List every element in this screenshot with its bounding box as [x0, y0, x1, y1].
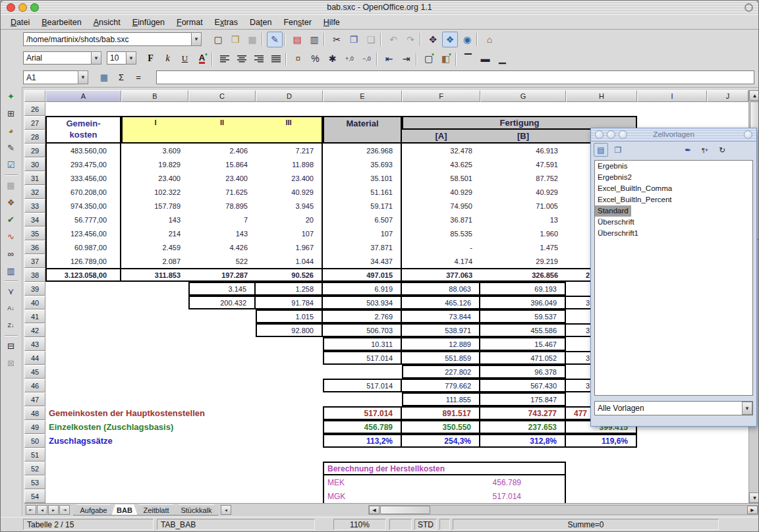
cell-F46[interactable]: 779.662 — [402, 379, 480, 392]
insert-cells-button[interactable]: ⊞ — [3, 105, 19, 121]
cell-G30[interactable]: 47.591 — [480, 157, 566, 171]
row-header-33[interactable]: 33 — [24, 199, 45, 213]
cell-B35[interactable]: 214 — [121, 226, 188, 240]
cell-C33[interactable]: 78.895 — [188, 199, 256, 213]
copy-button[interactable]: ❐ — [346, 32, 362, 47]
cell-F34[interactable]: 36.871 — [402, 213, 480, 226]
url-dropdown-button[interactable]: ▼ — [191, 32, 202, 46]
cell-F44[interactable]: 551.859 — [402, 351, 480, 365]
cell-G50[interactable]: 312,8% — [480, 434, 566, 448]
cell-F49[interactable]: 350.550 — [402, 420, 480, 434]
cell-F43[interactable]: 12.889 — [402, 337, 480, 351]
cell-G47[interactable]: 175.847 — [480, 392, 566, 406]
cell-C31[interactable]: 23.400 — [188, 171, 256, 185]
column-header-C[interactable]: C — [188, 90, 256, 102]
cell-G32[interactable]: 40.929 — [480, 185, 566, 199]
cell-F48[interactable]: 891.517 — [402, 406, 480, 420]
cell-E33[interactable]: 59.171 — [323, 199, 402, 213]
cell-G38[interactable]: 326.856 — [480, 268, 566, 282]
cell-F41[interactable]: 73.844 — [402, 309, 480, 323]
cell-E36[interactable]: 37.871 — [323, 240, 402, 254]
cell-E40[interactable]: 503.934 — [323, 296, 402, 309]
menu-hilfe[interactable]: Hilfe — [318, 16, 346, 28]
cell-D41[interactable]: 1.015 — [256, 309, 323, 323]
stylist-shade-button[interactable] — [744, 130, 752, 139]
cell-D31[interactable]: 23.400 — [256, 171, 323, 185]
status-zoom-level[interactable]: 110% — [333, 519, 386, 530]
cell-C34[interactable]: 7 — [188, 213, 256, 226]
cell-E43[interactable]: 10.311 — [323, 337, 402, 351]
row-header-29[interactable]: 29 — [24, 144, 45, 157]
align-bottom-button[interactable]: ▁ — [495, 51, 510, 66]
cell-F37[interactable]: 4.174 — [402, 254, 480, 268]
row-header-27[interactable]: 27 — [24, 116, 45, 130]
print-file-button[interactable]: ▥ — [306, 32, 322, 47]
select-all-corner[interactable] — [24, 90, 45, 102]
row-header-53[interactable]: 53 — [24, 475, 45, 489]
delete-decimal-place-button[interactable]: −,0 — [359, 51, 374, 66]
cell-G35[interactable]: 1.960 — [480, 226, 566, 240]
cell-C39[interactable]: 3.145 — [188, 282, 256, 296]
navigator-button[interactable]: ✥ — [425, 32, 441, 47]
cell-F50[interactable]: 254,3% — [402, 434, 480, 448]
cell-E34[interactable]: 6.507 — [323, 213, 402, 226]
style-item-überschrift1[interactable]: Überschrift1 — [595, 228, 641, 239]
menu-bearbeiten[interactable]: Bearbeiten — [36, 16, 87, 28]
cell-E52[interactable]: Berechnung der Herstellkosten — [323, 462, 566, 475]
previous-sheet-button[interactable]: ◂ — [37, 505, 47, 515]
row-header-47[interactable]: 47 — [24, 392, 45, 406]
cell-B37[interactable]: 2.087 — [121, 254, 188, 268]
scroll-up-button[interactable]: ▲ — [749, 90, 759, 101]
italic-button[interactable]: k — [160, 51, 175, 66]
edit-file-button[interactable]: ✎ — [267, 32, 283, 47]
first-sheet-button[interactable]: ⇤ — [26, 505, 36, 515]
font-color-button[interactable]: A▼ — [194, 51, 210, 66]
cell-G39[interactable]: 69.193 — [480, 282, 566, 296]
cell-C35[interactable]: 143 — [188, 226, 256, 240]
menu-datei[interactable]: Datei — [5, 16, 36, 28]
cell-A32[interactable]: 670.208,00 — [45, 185, 121, 199]
cell-F35[interactable]: 85.535 — [402, 226, 480, 240]
number-format-currency-button[interactable]: ¤ — [291, 51, 306, 66]
cell-E42[interactable]: 506.703 — [323, 323, 402, 337]
cell-A36[interactable]: 60.987,00 — [45, 240, 121, 254]
row-header-39[interactable]: 39 — [24, 282, 45, 296]
open-document-button[interactable]: ❒ — [227, 32, 243, 47]
cell-B33[interactable]: 157.789 — [121, 199, 188, 213]
column-header-F[interactable]: F — [402, 90, 480, 102]
borders-button[interactable]: ▢▼ — [421, 51, 436, 66]
status-selection-mode[interactable]: STD — [414, 519, 437, 530]
cell-E38[interactable]: 497.015 — [323, 268, 402, 282]
increase-indent-button[interactable]: ⇥ — [399, 51, 414, 66]
cell-E48[interactable]: 517.014 — [323, 406, 402, 420]
cell-D35[interactable]: 107 — [256, 226, 323, 240]
row-header-52[interactable]: 52 — [24, 462, 45, 475]
menu-fenster[interactable]: Fenster — [277, 16, 317, 28]
cell-A34[interactable]: 56.777,00 — [45, 213, 121, 226]
cell-A31[interactable]: 333.456,00 — [45, 171, 121, 185]
sort-ascending-button[interactable]: A↓ — [3, 300, 19, 316]
add-decimal-place-button[interactable]: +,0 — [342, 51, 357, 66]
sort-descending-button[interactable]: Z↓ — [3, 317, 19, 333]
cell-G41[interactable]: 59.537 — [480, 309, 566, 323]
insert-button[interactable]: ✦ — [3, 88, 19, 104]
row-header-46[interactable]: 46 — [24, 379, 45, 392]
cell-B32[interactable]: 102.322 — [121, 185, 188, 199]
menu-format[interactable]: Format — [171, 16, 209, 28]
cell-A33[interactable]: 974.350,00 — [45, 199, 121, 213]
cell-G37[interactable]: 29.219 — [480, 254, 566, 268]
cell-C40[interactable]: 200.432 — [188, 296, 256, 309]
new-document-button[interactable]: ▢ — [210, 32, 226, 47]
stylist-style-list[interactable]: ErgebnisErgebnis2Excel_BuiltIn_CommaExce… — [594, 160, 753, 396]
cell-E54[interactable]: MGK — [323, 489, 402, 503]
page-styles-button[interactable]: ❐ — [611, 143, 625, 157]
group-button[interactable]: ⊟ — [3, 338, 19, 354]
cell-D38[interactable]: 90.526 — [256, 268, 323, 282]
font-size-input[interactable] — [107, 51, 126, 65]
cell-G36[interactable]: 1.475 — [480, 240, 566, 254]
row-header-44[interactable]: 44 — [24, 351, 45, 365]
gallery-button[interactable]: ⌂ — [482, 32, 497, 47]
spellcheck-button[interactable]: ✔ — [3, 211, 19, 227]
cell-E31[interactable]: 35.101 — [323, 171, 402, 185]
cell-G40[interactable]: 396.049 — [480, 296, 566, 309]
